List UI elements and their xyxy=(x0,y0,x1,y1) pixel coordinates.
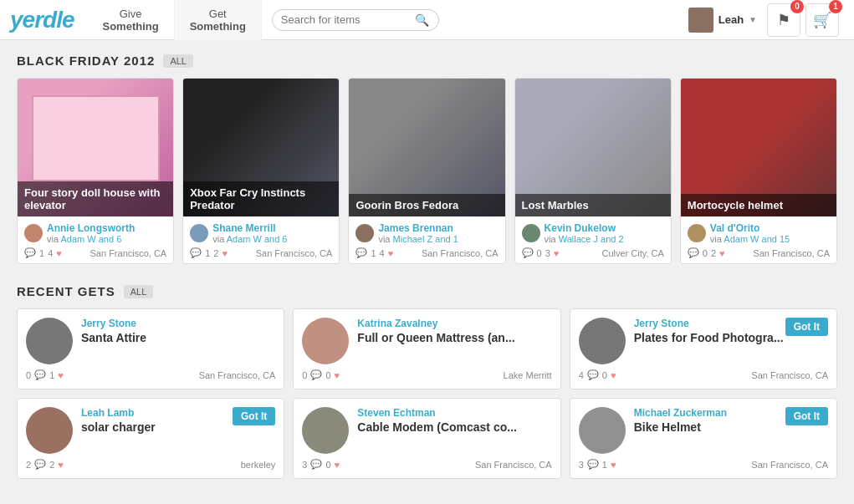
rg-card-5[interactable]: Michael Zuckerman Bike Helmet Got It 3 💬… xyxy=(570,398,837,479)
bf-stats-row: 💬0 3♥ Culver City, CA xyxy=(522,247,664,258)
bf-location: San Francisco, CA xyxy=(753,248,830,258)
nav-give[interactable]: Give Something xyxy=(88,0,175,40)
bf-card-2[interactable]: Goorin Bros Fedora James Brennan via Mic… xyxy=(348,78,505,264)
nav-get[interactable]: Get Something xyxy=(175,0,262,40)
heart-icon: ♥ xyxy=(58,370,64,380)
rg-username[interactable]: Steven Echtman xyxy=(357,407,551,419)
main-content: BLACK FRIDAY 2012 ALL Four story doll ho… xyxy=(0,40,854,492)
rg-content: Jerry Stone Santa Attire xyxy=(81,318,275,346)
rg-card-3[interactable]: Leah Lamb solar charger Got It 2 💬 2 ♥ b… xyxy=(17,398,284,479)
rg-title: Cable Modem (Comcast co... xyxy=(357,420,551,434)
rg-location: San Francisco, CA xyxy=(199,370,276,380)
bf-stats: 💬0 3♥ xyxy=(522,247,560,258)
bf-username[interactable]: Shane Merrill xyxy=(212,222,287,234)
rg-bottom: 0 💬 0 ♥ Lake Merritt xyxy=(302,369,551,380)
rg-card-2[interactable]: Jerry Stone Plates for Food Photogra... … xyxy=(570,308,837,389)
recent-gets-title: RECENT GETS xyxy=(17,284,115,298)
heart-icon: ♥ xyxy=(56,248,62,258)
nav-give-bot: Something xyxy=(103,20,159,33)
rg-username[interactable]: Katrina Zavalney xyxy=(357,318,551,329)
rg-card-4[interactable]: Steven Echtman Cable Modem (Comcast co..… xyxy=(293,398,560,479)
heart-icon: ♥ xyxy=(611,460,616,470)
user-menu[interactable]: Leah ▼ xyxy=(688,8,757,33)
comment-count: 3 xyxy=(302,460,307,470)
bf-location: San Francisco, CA xyxy=(90,248,167,258)
rg-avatar xyxy=(302,318,349,364)
bf-username[interactable]: Kevin Dukelow xyxy=(545,222,624,234)
bf-username[interactable]: Annie Longsworth xyxy=(47,222,135,234)
recent-gets-grid: Jerry Stone Santa Attire 0 💬 1 ♥ San Fra… xyxy=(17,308,837,479)
cart-button[interactable]: 🛒 1 xyxy=(805,3,839,37)
black-friday-all-btn[interactable]: ALL xyxy=(163,54,193,68)
got-it-button[interactable]: Got It xyxy=(233,407,275,425)
comment-count: 3 xyxy=(579,460,584,470)
rg-top: Katrina Zavalney Full or Queen Mattress … xyxy=(302,318,551,364)
bf-stats: 💬1 2♥ xyxy=(190,247,228,258)
rg-avatar xyxy=(26,318,73,364)
bf-card-3[interactable]: Lost Marbles Kevin Dukelow via Wallace J… xyxy=(514,78,672,264)
bf-avatar xyxy=(24,224,43,242)
recent-gets-all-btn[interactable]: ALL xyxy=(124,285,154,298)
bf-stats: 💬1 4♥ xyxy=(24,247,62,258)
bf-stats-row: 💬1 2♥ San Francisco, CA xyxy=(190,247,332,258)
heart-icon: ♥ xyxy=(388,248,394,258)
search-icon[interactable]: 🔍 xyxy=(415,13,429,27)
bf-card-0[interactable]: Four story doll house with elevator Anni… xyxy=(17,78,174,264)
heart-count: 2 xyxy=(213,248,218,258)
search-wrap: 🔍 xyxy=(272,9,439,31)
rg-location: berkeley xyxy=(241,460,276,470)
bf-user-row: Annie Longsworth via Adam W and 6 xyxy=(24,222,166,244)
avatar xyxy=(688,8,713,33)
comment-count: 2 xyxy=(26,460,31,470)
comment-icon: 💬 xyxy=(34,369,46,380)
bf-username[interactable]: Val d'Orito xyxy=(710,222,790,234)
nav-get-top: Get xyxy=(209,8,227,20)
heart-icon: ♥ xyxy=(719,248,725,258)
heart-count: 1 xyxy=(602,460,607,470)
bf-card-4[interactable]: Mortocycle helmet Val d'Orito via Adam W… xyxy=(680,78,837,264)
bf-card-title: Lost Marbles xyxy=(515,194,671,216)
got-it-button[interactable]: Got It xyxy=(785,407,828,425)
bf-user-row: James Brennan via Michael Z and 1 xyxy=(355,222,498,244)
got-it-button[interactable]: Got It xyxy=(785,318,828,336)
rg-location: San Francisco, CA xyxy=(751,460,828,470)
header: yerdle Give Something Get Something 🔍 Le… xyxy=(0,0,854,40)
bf-avatar xyxy=(522,224,540,242)
black-friday-header: BLACK FRIDAY 2012 ALL xyxy=(17,53,837,68)
heart-icon: ♥ xyxy=(58,460,64,470)
bf-user-row: Shane Merrill via Adam W and 6 xyxy=(190,222,332,244)
nav-get-bot: Something xyxy=(190,20,246,33)
bf-card-image: Mortocycle helmet xyxy=(681,79,836,216)
bf-avatar xyxy=(355,224,374,242)
bookmark-button[interactable]: ⚑ 0 xyxy=(767,3,800,37)
rg-card-1[interactable]: Katrina Zavalney Full or Queen Mattress … xyxy=(293,308,560,389)
heart-count: 2 xyxy=(711,248,716,258)
rg-bottom: 4 💬 0 ♥ San Francisco, CA xyxy=(579,369,828,380)
comment-count: 0 xyxy=(703,248,708,258)
rg-top: Jerry Stone Plates for Food Photogra... … xyxy=(579,318,828,364)
bf-location: San Francisco, CA xyxy=(422,248,499,258)
bf-card-title: Xbox Far Cry Instincts Predator xyxy=(183,181,339,216)
rg-content: Steven Echtman Cable Modem (Comcast co..… xyxy=(357,407,551,435)
bf-via: via Michael Z and 1 xyxy=(378,234,458,244)
rg-avatar xyxy=(579,318,626,364)
rg-top: Steven Echtman Cable Modem (Comcast co..… xyxy=(302,407,551,454)
comment-count: 1 xyxy=(205,248,210,258)
bf-card-title: Mortocycle helmet xyxy=(681,194,836,216)
rg-stats: 2 💬 2 ♥ xyxy=(26,459,64,470)
comment-count: 4 xyxy=(579,370,584,380)
bf-card-1[interactable]: Xbox Far Cry Instincts Predator Shane Me… xyxy=(182,78,340,264)
bf-card-info: Annie Longsworth via Adam W and 6 💬1 4♥ … xyxy=(18,216,173,263)
heart-count: 3 xyxy=(545,248,550,258)
comment-icon: 💬 xyxy=(24,247,36,258)
bf-username[interactable]: James Brennan xyxy=(378,222,458,234)
heart-icon: ♥ xyxy=(335,460,340,470)
rg-top: Michael Zuckerman Bike Helmet Got It xyxy=(579,407,828,454)
rg-stats: 0 💬 0 ♥ xyxy=(302,369,340,380)
rg-username[interactable]: Jerry Stone xyxy=(81,318,275,329)
logo[interactable]: yerdle xyxy=(10,7,74,33)
rg-bottom: 3 💬 1 ♥ San Francisco, CA xyxy=(579,459,828,470)
search-input[interactable] xyxy=(281,13,415,26)
rg-card-0[interactable]: Jerry Stone Santa Attire 0 💬 1 ♥ San Fra… xyxy=(17,308,284,389)
heart-count: 4 xyxy=(48,248,53,258)
